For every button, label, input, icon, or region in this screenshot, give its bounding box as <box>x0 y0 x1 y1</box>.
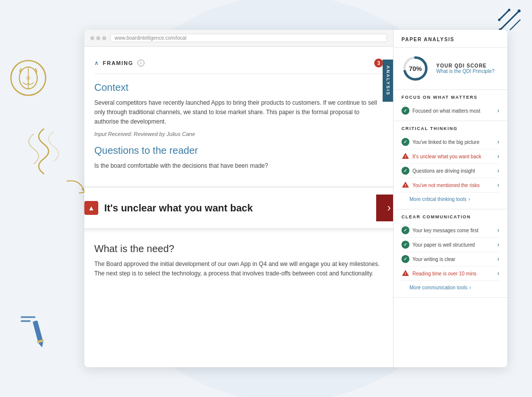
critical-item-arrow-3: › <box>497 182 499 189</box>
alert-banner[interactable]: ▲ It's unclear what you want back › <box>84 187 393 229</box>
svg-text:!: ! <box>405 183 406 188</box>
check-icon-comm-2: ✓ <box>401 255 409 263</box>
focus-item-text-0: Focused on what matters most <box>412 108 494 114</box>
questions-body: Is the board comfortable with the decisi… <box>94 161 383 171</box>
alert-chevron-button[interactable]: › <box>376 195 393 221</box>
browser-dots <box>90 36 106 40</box>
browser-dot-3 <box>102 36 106 40</box>
focus-item-0[interactable]: ✓ Focused on what matters most › <box>401 104 499 118</box>
qdi-score-value: 70% <box>409 65 422 72</box>
svg-point-14 <box>508 9 511 11</box>
warn-icon-critical-1: ! <box>401 152 409 160</box>
context-body: Several competitors have recently launch… <box>94 98 383 127</box>
browser-dot-2 <box>96 36 100 40</box>
comm-item-2[interactable]: ✓ Your writing is clear › <box>401 252 499 266</box>
svg-point-3 <box>26 76 30 80</box>
check-icon-focus-0: ✓ <box>401 107 409 115</box>
framing-title: FRAMING <box>103 60 133 66</box>
analysis-tab[interactable]: ANALYSIS <box>383 60 393 102</box>
need-heading: What is the need? <box>94 243 383 255</box>
analysis-panel-title: PAPER ANALYSIS <box>401 37 499 42</box>
browser-url: www.boardintelligence.com/local <box>110 34 387 42</box>
communication-more-link[interactable]: More communication tools › <box>401 281 499 294</box>
need-body: The Board approved the initial developme… <box>94 260 383 278</box>
brain-icon <box>9 59 48 99</box>
analysis-panel: PAPER ANALYSIS 70% YOUR QDI SCORE What i… <box>393 30 507 367</box>
analysis-panel-header: PAPER ANALYSIS <box>394 30 507 48</box>
framing-error-badge: 3 <box>374 59 383 67</box>
comm-item-text-2: Your writing is clear <box>412 256 494 263</box>
doc-content: ∧ FRAMING i 3 Context Several competitor… <box>84 47 393 187</box>
context-heading: Context <box>94 82 383 93</box>
comm-item-text-3: Reading time is over 10 mins <box>412 270 494 277</box>
main-container: www.boardintelligence.com/local ANALYSIS… <box>84 30 507 367</box>
qdi-info: YOUR QDI SCORE What is the QDI Principle… <box>436 63 494 74</box>
check-icon-comm-0: ✓ <box>401 226 409 234</box>
critical-item-arrow-0: › <box>497 138 499 145</box>
need-section: What is the need? The Board approved the… <box>84 229 393 367</box>
critical-item-1[interactable]: ! It's unclear what you want back › <box>401 149 499 164</box>
critical-item-text-1: It's unclear what you want back <box>412 153 494 160</box>
svg-point-15 <box>498 19 501 21</box>
comm-item-arrow-1: › <box>497 241 499 248</box>
document-panel: www.boardintelligence.com/local ANALYSIS… <box>84 30 393 367</box>
browser-bar: www.boardintelligence.com/local <box>84 30 393 47</box>
critical-section-title: CRITICAL THINKING <box>401 126 499 131</box>
critical-item-3[interactable]: ! You've not mentioned the risks › <box>401 178 499 193</box>
comm-item-text-1: Your paper is well structured <box>412 242 494 248</box>
warn-icon-critical-3: ! <box>401 181 409 189</box>
svg-text:!: ! <box>405 271 406 276</box>
comm-item-arrow-2: › <box>497 256 499 263</box>
check-icon-critical-2: ✓ <box>401 167 409 175</box>
svg-line-9 <box>500 11 519 30</box>
critical-item-arrow-2: › <box>497 167 499 174</box>
framing-header: ∧ FRAMING i 3 <box>94 55 383 74</box>
alert-warning-icon: ▲ <box>84 201 98 215</box>
critical-item-text-3: You've not mentioned the risks <box>412 182 494 189</box>
comm-item-0[interactable]: ✓ Your key messages come first › <box>401 223 499 238</box>
alert-text: It's unclear what you want back <box>104 202 376 214</box>
focus-section-title: FOCUS ON WHAT MATTERS <box>401 95 499 100</box>
qdi-link[interactable]: What is the QDI Principle? <box>436 68 494 74</box>
browser-dot-1 <box>90 36 94 40</box>
critical-item-arrow-1: › <box>497 153 499 160</box>
focus-section: FOCUS ON WHAT MATTERS ✓ Focused on what … <box>394 90 507 121</box>
critical-thinking-section: CRITICAL THINKING ✓ You've linked to the… <box>394 121 507 209</box>
qdi-circle: 70% <box>401 55 429 82</box>
svg-line-10 <box>499 10 509 20</box>
qdi-section: 70% YOUR QDI SCORE What is the QDI Princ… <box>394 48 507 90</box>
squiggle-icon <box>14 119 73 181</box>
questions-heading: Questions to the reader <box>94 145 383 156</box>
check-icon-comm-1: ✓ <box>401 241 409 249</box>
critical-item-text-0: You've linked to the big picture <box>412 139 494 145</box>
qdi-title: YOUR QDI SCORE <box>436 63 494 68</box>
svg-line-11 <box>510 20 520 30</box>
communication-section: CLEAR COMMUNICATION ✓ Your key messages … <box>394 209 507 298</box>
critical-item-0[interactable]: ✓ You've linked to the big picture › <box>401 135 499 149</box>
comm-item-text-0: Your key messages come first <box>412 227 494 234</box>
critical-more-link[interactable]: More critical thinking tools › <box>401 193 499 206</box>
critical-item-text-2: Questions are driving insight <box>412 168 494 174</box>
comm-item-arrow-0: › <box>497 227 499 234</box>
lines-icon <box>21 315 36 325</box>
focus-item-arrow-0: › <box>497 107 499 114</box>
comm-item-3[interactable]: ! Reading time is over 10 mins › <box>401 266 499 281</box>
svg-text:!: ! <box>405 154 406 159</box>
framing-chevron-icon: ∧ <box>94 60 99 66</box>
critical-item-2[interactable]: ✓ Questions are driving insight › <box>401 164 499 178</box>
context-input-label: Input Received: Reviewed by Julius Cane <box>94 131 383 137</box>
svg-point-13 <box>518 9 521 12</box>
check-icon-critical-0: ✓ <box>401 138 409 146</box>
comm-item-1[interactable]: ✓ Your paper is well structured › <box>401 238 499 252</box>
framing-info-icon[interactable]: i <box>137 60 144 66</box>
warn-icon-comm-3: ! <box>401 269 409 277</box>
comm-item-arrow-3: › <box>497 270 499 277</box>
communication-section-title: CLEAR COMMUNICATION <box>401 214 499 219</box>
